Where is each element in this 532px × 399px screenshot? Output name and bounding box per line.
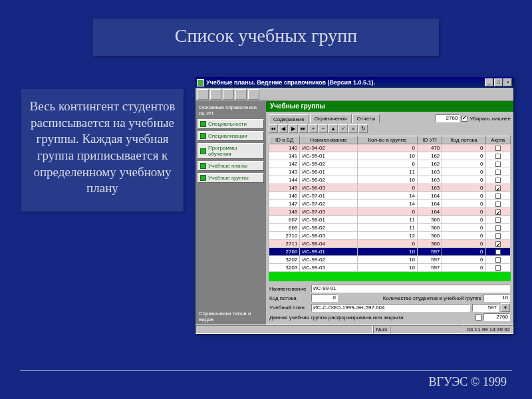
status-num: Num [373,325,391,334]
row-checkbox[interactable] [495,225,501,231]
maximize-button[interactable]: □ [494,78,503,86]
detail-form: Наименование ИС-99-01 Код потока 0 Колич… [266,283,513,325]
row-checkbox[interactable] [495,146,501,151]
tab-reports[interactable]: Отчеты [352,114,380,123]
filter-checkbox[interactable] [462,116,467,122]
plan-lookup-button[interactable]: ▾ [501,303,510,312]
name-input[interactable]: ИС-99-01 [311,285,510,293]
toolbar-button[interactable] [210,89,221,100]
tabs-row: Содержание Ограничения Отчеты 2760 Убира… [266,112,513,123]
table-row[interactable]: 143ИС-96-01111630 [269,168,511,176]
nav-last-button[interactable]: ⏭ [299,124,308,133]
count-input[interactable]: 10 [483,294,510,302]
row-checkbox[interactable] [495,194,501,199]
plan-input[interactable]: ИС-С-ОФО-1999-ЭН-597.604 [311,304,470,312]
row-checkbox[interactable] [495,162,501,167]
toolbar-button[interactable] [248,89,259,100]
titlebar[interactable]: Учебные планы. Ведение справочников (Вер… [196,77,513,88]
sidebar-item-label: Специальности [208,121,247,127]
sidebar-item-specialties[interactable]: Специальности [198,119,264,129]
row-checkbox[interactable]: ✔ [495,186,501,191]
data-grid[interactable]: ID в БДНаименованиеКол-во в группеID УПК… [269,136,511,272]
toolbar-button[interactable] [235,89,247,100]
main-panel: Учебные группы Содержание Ограничения От… [266,101,513,325]
sidebar-item-label: Учебные планы [208,163,247,169]
nav-cancel-button[interactable]: × [348,124,358,133]
table-row[interactable]: 667ИС-98-01113600 [269,216,511,224]
sidebar-item-groups[interactable]: Учебные группы [198,173,264,183]
table-row[interactable]: 146ИС-97-01141640 [269,192,511,200]
row-checkbox[interactable] [495,170,501,175]
row-checkbox[interactable] [495,154,501,159]
panel-header: Учебные группы [266,101,513,112]
tab-content[interactable]: Содержание [269,114,309,124]
row-checkbox[interactable] [495,178,501,183]
table-row[interactable]: 668ИС-98-02113600 [269,224,511,232]
table-row[interactable]: 140ИС-94-0204700 [269,144,511,152]
table-row[interactable]: 147ИС-97-02141640 [269,200,511,208]
plan-id-input[interactable]: 597 [472,304,499,312]
row-checkbox[interactable] [495,217,501,223]
toolbar-button[interactable] [198,89,209,100]
row-checkbox[interactable] [495,249,501,255]
sidebar: Основные справочники по УП Специальности… [196,101,266,325]
table-row[interactable]: 2710ИС-98-03123600 [269,232,511,240]
table-row[interactable]: 144ИС-96-02101630 [269,176,511,184]
sidebar-item-specializations[interactable]: Специализации [198,131,264,141]
nav-edit-button[interactable]: ▲ [329,124,338,133]
nav-post-button[interactable]: ✓ [338,124,348,133]
slide-body-text: Весь контингент студентов расписывается … [21,89,184,211]
sidebar-footer: Справочники типов и видов [198,309,264,324]
tab-restrictions[interactable]: Ограничения [310,114,352,123]
row-checkbox[interactable] [495,257,501,263]
toolbar-button[interactable] [223,89,234,100]
nav-next-button[interactable]: ▶ [289,124,298,133]
sidebar-item-programs[interactable]: Программы обучения [198,143,264,159]
folder-icon [200,148,206,154]
slide-title: Список учебных групп [93,19,439,56]
close-button[interactable]: × [503,78,512,86]
checkbox-label: Убирать лишнее [469,116,511,122]
folder-icon [200,163,206,169]
bottom-id-input[interactable]: 2760 [483,313,510,321]
folder-icon [200,175,206,181]
table-row[interactable]: 142ИС-95-0261620 [269,160,511,168]
sidebar-item-label: Программы обучения [208,145,261,157]
column-header[interactable]: ID УП [418,136,442,144]
window-title: Учебные планы. Ведение справочников (Вер… [206,79,485,86]
nav-add-button[interactable]: + [309,124,318,133]
row-checkbox[interactable]: ✔ [495,241,501,247]
form-note: Данная учебная группа расформирована или… [269,315,473,321]
toolbar [196,88,513,101]
column-header[interactable]: Наименование [300,136,358,144]
table-row[interactable]: 148ИС-97-0301640✔ [269,208,511,216]
table-row[interactable]: 2760ИС-99-01105970 [269,248,511,256]
column-header[interactable]: Акрта [485,136,510,144]
minimize-button[interactable]: _ [485,78,493,86]
nav-prev-button[interactable]: ◀ [279,124,288,133]
table-row[interactable]: 145ИС-96-0301630✔ [269,184,511,192]
grid-wrap: ID в БДНаименованиеКол-во в группеID УПК… [266,134,513,283]
row-checkbox[interactable] [495,233,501,239]
table-row[interactable]: 3203ИС-99-03105970 [269,264,511,272]
table-row[interactable]: 2711ИС-98-0403600✔ [269,240,511,248]
sidebar-header: Основные справочники по УП [198,103,264,119]
id-field[interactable]: 2760 [436,114,460,122]
table-row[interactable]: 141ИС-95-01101620 [269,152,511,160]
column-header[interactable]: Кол-во в группе [357,136,417,144]
form-label-plan: Учебный план [269,305,309,311]
sidebar-item-plans[interactable]: Учебные планы [198,161,264,171]
kod-input[interactable]: 0 [311,294,338,302]
nav-first-button[interactable]: ⏮ [269,124,278,133]
row-checkbox[interactable]: ✔ [495,209,501,215]
closed-checkbox[interactable] [475,315,481,321]
column-header[interactable]: ID в БД [269,136,300,144]
nav-del-button[interactable]: − [319,124,328,133]
row-checkbox[interactable] [495,265,501,271]
status-empty [390,325,464,334]
row-checkbox[interactable] [495,201,501,207]
footer-rule [20,370,512,371]
column-header[interactable]: Код потока [442,136,485,144]
table-row[interactable]: 3202ИС-99-02105970 [269,256,511,264]
nav-refresh-button[interactable]: ↻ [358,124,368,133]
